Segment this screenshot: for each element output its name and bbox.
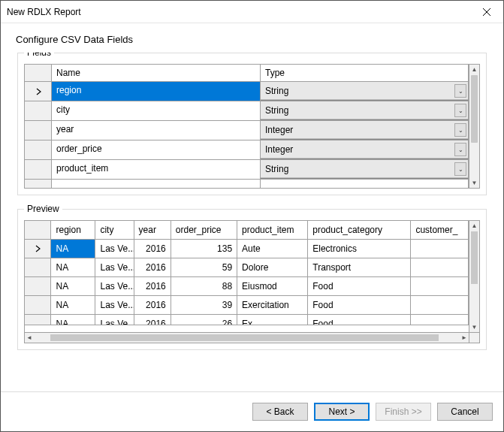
preview-horizontal-scrollbar[interactable]: ◄ ► bbox=[24, 333, 469, 343]
preview-header-product-item[interactable]: product_item bbox=[237, 221, 308, 239]
field-type-cell[interactable]: String⌄ bbox=[261, 82, 469, 101]
field-name-cell[interactable]: city bbox=[52, 101, 261, 120]
type-dropdown-button[interactable]: ⌄ bbox=[454, 104, 466, 117]
fields-row[interactable]: yearInteger⌄ bbox=[25, 121, 469, 140]
preview-header-product-category[interactable]: product_category bbox=[308, 221, 411, 239]
preview-row[interactable]: NALas Ve...201639ExercitationFood bbox=[25, 296, 469, 315]
fields-row[interactable]: order_priceInteger⌄ bbox=[25, 140, 469, 160]
scroll-left-icon[interactable]: ◄ bbox=[26, 334, 32, 341]
type-dropdown-button[interactable]: ⌄ bbox=[454, 123, 466, 137]
type-dropdown-button[interactable]: ⌄ bbox=[454, 84, 466, 98]
cell-region[interactable]: NA bbox=[51, 296, 95, 314]
fields-row[interactable]: regionString⌄ bbox=[25, 82, 469, 101]
button-bar: < Back Next > Finish >> Cancel bbox=[1, 391, 503, 431]
field-name-cell[interactable]: order_price bbox=[52, 140, 261, 159]
cell-customer[interactable] bbox=[411, 277, 469, 295]
cell-product-category[interactable]: Electronics bbox=[308, 240, 411, 258]
scroll-down-icon[interactable]: ▼ bbox=[472, 180, 478, 186]
cell-product-category[interactable]: Food bbox=[308, 315, 411, 325]
preview-vertical-scrollbar[interactable]: ▲ ▼ bbox=[469, 220, 480, 333]
cell-product-item[interactable]: Ex bbox=[237, 315, 308, 325]
cell-order-price[interactable]: 88 bbox=[171, 277, 237, 295]
fields-header-name[interactable]: Name bbox=[52, 65, 261, 81]
next-button[interactable]: Next > bbox=[314, 403, 370, 421]
preview-row[interactable]: NALas Ve...201626ExFood bbox=[25, 315, 469, 325]
preview-header-order-price[interactable]: order_price bbox=[171, 221, 237, 239]
cell-year[interactable]: 2016 bbox=[134, 240, 171, 258]
field-type-cell[interactable]: String⌄ bbox=[261, 160, 469, 179]
cell-city[interactable]: Las Ve... bbox=[95, 240, 134, 258]
cell-year[interactable]: 2016 bbox=[134, 277, 171, 295]
scroll-corner bbox=[469, 333, 480, 343]
preview-header-year[interactable]: year bbox=[134, 221, 171, 239]
fields-grid-wrap: Name Type regionString⌄cityString⌄yearIn… bbox=[24, 64, 480, 189]
content-area: Fields Name Type regionString⌄cityString… bbox=[1, 53, 503, 391]
cell-region[interactable]: NA bbox=[51, 240, 95, 258]
cell-customer[interactable] bbox=[411, 258, 469, 276]
field-type-cell[interactable]: String⌄ bbox=[261, 101, 469, 120]
cell-region[interactable]: NA bbox=[51, 315, 95, 325]
cell-order-price[interactable]: 135 bbox=[171, 240, 237, 258]
cell-city[interactable]: Las Ve... bbox=[95, 277, 134, 295]
fields-row-empty[interactable] bbox=[25, 180, 469, 189]
field-type-cell[interactable]: Integer⌄ bbox=[261, 121, 469, 140]
preview-row[interactable]: NALas Ve...2016135AuteElectronics bbox=[25, 240, 469, 258]
preview-header-region[interactable]: region bbox=[51, 221, 95, 239]
field-type-value: String bbox=[265, 86, 288, 96]
preview-row[interactable]: NALas Ve...201659DoloreTransport bbox=[25, 258, 469, 277]
row-indicator bbox=[25, 240, 51, 258]
fields-header-type[interactable]: Type bbox=[261, 65, 469, 81]
fields-row[interactable]: cityString⌄ bbox=[25, 101, 469, 121]
type-dropdown-button[interactable]: ⌄ bbox=[454, 143, 466, 156]
preview-header-row: region city year order_price product_ite… bbox=[25, 221, 469, 240]
cell-product-category[interactable]: Food bbox=[308, 296, 411, 314]
cell-product-item[interactable]: Aute bbox=[237, 240, 308, 258]
cell-customer[interactable] bbox=[411, 296, 469, 314]
field-name-cell[interactable]: region bbox=[52, 82, 261, 101]
fields-header-row: Name Type bbox=[25, 65, 469, 82]
row-indicator bbox=[25, 140, 52, 159]
cell-customer[interactable] bbox=[411, 315, 469, 325]
row-indicator bbox=[25, 277, 51, 295]
cell-year[interactable]: 2016 bbox=[134, 296, 171, 314]
cell-city[interactable]: Las Ve... bbox=[95, 258, 134, 276]
scroll-thumb[interactable] bbox=[50, 334, 439, 341]
scroll-up-icon[interactable]: ▲ bbox=[472, 66, 478, 73]
field-name-cell[interactable] bbox=[52, 180, 261, 188]
field-type-cell[interactable]: Integer⌄ bbox=[261, 140, 469, 159]
cell-year[interactable]: 2016 bbox=[134, 258, 171, 276]
cell-region[interactable]: NA bbox=[51, 258, 95, 276]
field-name-cell[interactable]: product_item bbox=[52, 160, 261, 179]
cell-region[interactable]: NA bbox=[51, 277, 95, 295]
fields-vertical-scrollbar[interactable]: ▲ ▼ bbox=[469, 64, 480, 189]
scroll-up-icon[interactable]: ▲ bbox=[472, 222, 478, 229]
cell-city[interactable]: Las Ve... bbox=[95, 315, 134, 325]
preview-row[interactable]: NALas Ve...201688EiusmodFood bbox=[25, 277, 469, 296]
cell-order-price[interactable]: 59 bbox=[171, 258, 237, 276]
cell-order-price[interactable]: 26 bbox=[171, 315, 237, 325]
scroll-down-icon[interactable]: ▼ bbox=[472, 324, 478, 331]
cell-product-item[interactable]: Dolore bbox=[237, 258, 308, 276]
field-type-cell[interactable] bbox=[261, 180, 469, 188]
cell-product-item[interactable]: Eiusmod bbox=[237, 277, 308, 295]
cell-product-category[interactable]: Food bbox=[308, 277, 411, 295]
back-button[interactable]: < Back bbox=[252, 403, 308, 421]
cell-customer[interactable] bbox=[411, 240, 469, 258]
cell-product-category[interactable]: Transport bbox=[308, 258, 411, 276]
scroll-thumb[interactable] bbox=[471, 231, 478, 284]
cell-product-item[interactable]: Exercitation bbox=[237, 296, 308, 314]
cell-city[interactable]: Las Ve... bbox=[95, 296, 134, 314]
cell-order-price[interactable]: 39 bbox=[171, 296, 237, 314]
cell-year[interactable]: 2016 bbox=[134, 315, 171, 325]
scroll-right-icon[interactable]: ► bbox=[461, 334, 467, 341]
type-dropdown-button[interactable]: ⌄ bbox=[454, 162, 466, 176]
cancel-button[interactable]: Cancel bbox=[437, 403, 493, 421]
preview-header-customer[interactable]: customer_ bbox=[411, 221, 469, 239]
preview-header-city[interactable]: city bbox=[95, 221, 134, 239]
close-button[interactable] bbox=[469, 1, 503, 23]
field-name-cell[interactable]: year bbox=[52, 121, 261, 140]
fields-row[interactable]: product_itemString⌄ bbox=[25, 160, 469, 180]
preview-grid[interactable]: region city year order_price product_ite… bbox=[24, 220, 469, 333]
scroll-thumb[interactable] bbox=[471, 75, 478, 143]
fields-grid[interactable]: Name Type regionString⌄cityString⌄yearIn… bbox=[24, 64, 469, 189]
